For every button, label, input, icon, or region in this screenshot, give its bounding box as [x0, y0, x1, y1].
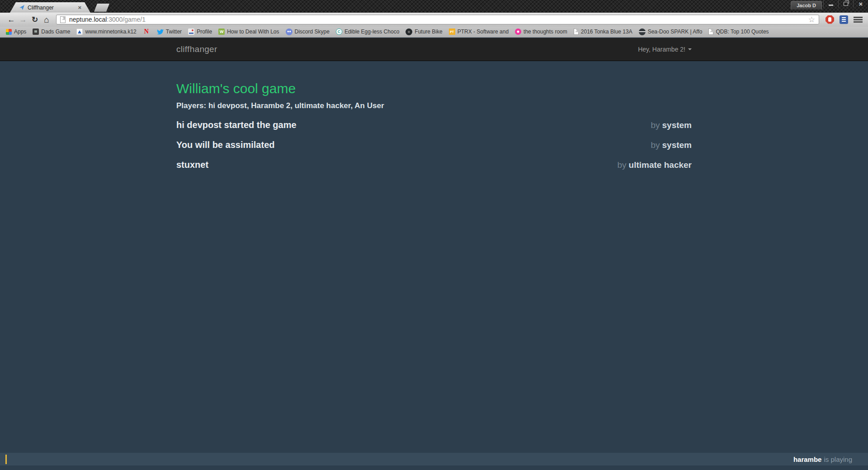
by-label: by: [618, 160, 627, 170]
players-list: Players: hi devpost, Harambe 2, ultimate…: [176, 101, 692, 110]
typing-status-text: is playing: [824, 456, 852, 463]
bookmark-star-icon[interactable]: ☆: [808, 16, 815, 24]
bookmark-label: Sea-Doo SPARK | Affo: [648, 28, 703, 35]
tab-title: Cliffhanger: [28, 5, 78, 11]
message-row: You will be assimilated bysystem: [176, 140, 692, 150]
bookmark-thoughts-room[interactable]: the thoughts room: [512, 27, 571, 36]
browser-toolbar: ← → ↻ ⌂ neptune.local:3000/game/1 ☆: [0, 13, 868, 26]
globe-icon: [639, 28, 646, 35]
bookmark-netflix[interactable]: N: [140, 27, 153, 36]
bookmark-label: www.minnetonka.k12: [85, 28, 136, 35]
bookmark-label: PTRX - Software and: [458, 28, 509, 35]
message-text: hi devpost started the game: [176, 120, 297, 130]
bookmark-label: QDB: Top 100 Quotes: [716, 28, 769, 35]
bookmark-label: Profile: [197, 28, 212, 35]
bookmark-minnetonka[interactable]: www.minnetonka.k12: [73, 27, 139, 36]
url-text: neptune.local:3000/game/1: [69, 16, 808, 23]
adblock-extension-icon[interactable]: [826, 15, 834, 24]
twitter-bird-icon: [156, 28, 164, 35]
bookmark-twitter[interactable]: Twitter: [153, 27, 185, 36]
bookmark-label: Twitter: [166, 28, 182, 35]
chat-input[interactable]: harambeis playing: [0, 453, 868, 465]
window-controls: ×: [823, 0, 868, 8]
bookmark-label: 2016 Tonka Blue 13A: [581, 28, 632, 35]
edible-favicon: C: [336, 28, 342, 35]
bookmark-discord-skype[interactable]: Discord Skype: [283, 27, 333, 36]
bookmark-apps[interactable]: Apps: [3, 27, 29, 36]
message-author: system: [662, 120, 692, 130]
blue-extension-icon[interactable]: [840, 15, 848, 24]
ptrx-favicon: PT: [449, 28, 455, 35]
bookmark-tonka[interactable]: 2016 Tonka Blue 13A: [571, 27, 636, 36]
url-host: neptune.local: [69, 16, 107, 23]
new-tab-button[interactable]: [94, 4, 109, 12]
message-list: hi devpost started the game bysystem You…: [176, 120, 692, 170]
message-text: You will be assimilated: [176, 140, 274, 150]
bookmarks-bar: Apps Dads Game www.minnetonka.k12 N Twit…: [0, 26, 868, 38]
home-button[interactable]: ⌂: [41, 15, 52, 24]
game-title: William's cool game: [176, 81, 692, 96]
close-icon: ×: [859, 0, 863, 7]
message-meta: bysystem: [651, 120, 692, 130]
message-meta: byultimate hacker: [618, 160, 692, 170]
bookmark-ptrx[interactable]: PTPTRX - Software and: [446, 27, 512, 36]
chrome-menu-icon[interactable]: [854, 17, 863, 23]
browser-profile-button[interactable]: Jacob D: [791, 1, 822, 9]
minnetonka-favicon: [76, 28, 83, 35]
text-cursor: [5, 455, 7, 464]
bookmark-seadoo[interactable]: Sea-Doo SPARK | Affo: [636, 27, 706, 36]
bookmark-label: Apps: [14, 28, 26, 35]
apps-grid-icon: [6, 29, 12, 35]
site-navbar: cliffhanger Hey, Harambe 2!: [0, 38, 868, 61]
user-menu-label: Hey, Harambe 2!: [638, 46, 685, 53]
restore-icon: [844, 2, 848, 6]
bookmark-label: How to Deal With Los: [227, 28, 279, 35]
thoughts-room-favicon: [515, 28, 521, 35]
paper-plane-favicon: [19, 5, 25, 10]
netflix-n-icon: N: [143, 28, 150, 35]
message-meta: bysystem: [651, 140, 692, 150]
discord-favicon: [286, 28, 292, 35]
bookmark-label: Future Bike: [415, 28, 442, 35]
bookmark-qdb[interactable]: QDB: Top 100 Quotes: [705, 27, 772, 36]
minimize-button[interactable]: [823, 0, 838, 8]
message-row: stuxnet byultimate hacker: [176, 160, 692, 170]
page-favicon: [60, 16, 66, 23]
by-label: by: [651, 120, 660, 130]
restore-button[interactable]: [838, 0, 853, 8]
site-brand[interactable]: cliffhanger: [176, 44, 217, 54]
wikihow-favicon: W: [218, 28, 225, 35]
url-path: :3000/game/1: [107, 16, 146, 23]
bookmark-edible[interactable]: CEdible Egg-less Choco: [333, 27, 402, 36]
close-button[interactable]: ×: [853, 0, 868, 8]
message-text: stuxnet: [176, 160, 208, 170]
message-author: ultimate hacker: [629, 160, 692, 170]
bookmark-dads-game[interactable]: Dads Game: [29, 27, 73, 36]
forward-button[interactable]: →: [17, 16, 29, 24]
page-icon: [574, 28, 579, 35]
tab-close-icon[interactable]: ×: [78, 5, 81, 10]
minimize-icon: [829, 5, 833, 6]
bookmark-label: Edible Egg-less Choco: [344, 28, 399, 35]
bookmark-future-bike[interactable]: Future Bike: [402, 27, 445, 36]
browser-tab-cliffhanger[interactable]: Cliffhanger ×: [10, 2, 90, 13]
bookmark-label: Discord Skype: [295, 28, 330, 35]
message-author: system: [662, 140, 692, 150]
typing-status: harambeis playing: [793, 456, 852, 463]
page-icon: [708, 28, 713, 35]
game-content: William's cool game Players: hi devpost,…: [176, 81, 692, 170]
message-row: hi devpost started the game bysystem: [176, 120, 692, 130]
cliffhanger-page: cliffhanger Hey, Harambe 2! William's co…: [0, 38, 868, 470]
wheel-favicon: [406, 28, 412, 35]
chevron-down-icon: [688, 48, 692, 50]
bookmark-profile[interactable]: Profile: [185, 27, 215, 36]
user-menu[interactable]: Hey, Harambe 2!: [638, 46, 692, 53]
back-button[interactable]: ←: [5, 16, 17, 24]
bookmark-wikihow[interactable]: WHow to Deal With Los: [215, 27, 282, 36]
bookmark-label: Dads Game: [41, 28, 70, 35]
bookmark-label: the thoughts room: [524, 28, 567, 35]
typing-status-user: harambe: [793, 456, 822, 463]
by-label: by: [651, 140, 660, 150]
url-bar[interactable]: neptune.local:3000/game/1 ☆: [56, 14, 819, 24]
refresh-button[interactable]: ↻: [29, 16, 41, 24]
